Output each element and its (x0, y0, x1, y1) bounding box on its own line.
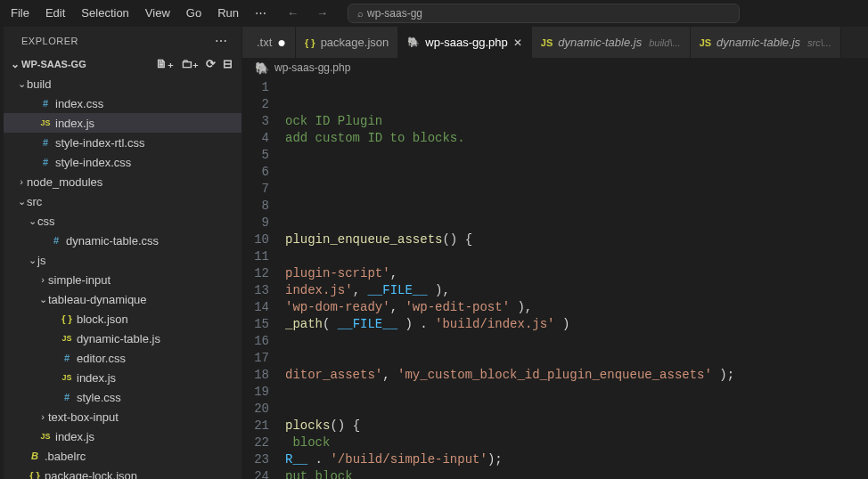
code-line[interactable]: 19 (242, 384, 868, 401)
tab--txt[interactable]: .txt● (242, 27, 296, 58)
chevron-down-icon: ⌄ (27, 255, 37, 266)
code-line[interactable]: 24put block (242, 468, 868, 479)
code-line[interactable]: 16 (242, 333, 868, 350)
code-line[interactable]: 21plocks() { (242, 418, 868, 434)
json-icon: { } (27, 470, 43, 479)
code-line[interactable]: 18ditor_assets', 'my_custom_block_id_plu… (242, 367, 868, 384)
code-line[interactable]: 3ock ID Plugin (242, 113, 868, 130)
code-line[interactable]: 12plugin-script', (242, 265, 868, 282)
code-line[interactable]: 1 (242, 79, 868, 96)
tab-label: .txt (257, 36, 272, 49)
file-.babelrc[interactable]: B.babelrc (4, 446, 242, 466)
folder-build[interactable]: ⌄build (4, 74, 242, 93)
project-name: WP-SAAS-GG (21, 59, 86, 69)
collapse-icon[interactable]: ⊟ (221, 57, 234, 70)
line-number: 22 (242, 434, 285, 451)
line-number: 10 (242, 231, 285, 248)
menu-selection[interactable]: Selection (74, 3, 135, 23)
folder-simple-input[interactable]: ›simple-input (4, 270, 242, 289)
code-editor[interactable]: 123ock ID Plugin4add custom ID to blocks… (242, 77, 868, 479)
file-style.css[interactable]: #style.css (4, 387, 242, 407)
file-index.js[interactable]: JSindex.js (4, 113, 242, 133)
command-center-search[interactable]: ⌕ wp-saas-gg (348, 4, 740, 23)
tab-dynamic-table-js[interactable]: JSdynamic-table.jssrc\... (691, 27, 841, 58)
code-line[interactable]: 15_path( __FILE__ ) . 'build/index.js' ) (242, 316, 868, 333)
explorer-more-icon[interactable]: ⋯ (215, 34, 228, 48)
menu-edit[interactable]: Edit (38, 3, 72, 23)
code-line[interactable]: 22 block (242, 434, 868, 451)
file-editor.css[interactable]: #editor.css (4, 348, 242, 368)
nav-forward[interactable]: → (309, 4, 335, 21)
css-icon: # (37, 98, 53, 109)
code-text: ditor_assets', 'my_custom_block_id_plugi… (285, 367, 734, 384)
code-text: plugin-script', (285, 265, 397, 282)
code-line[interactable]: 5 (242, 147, 868, 164)
file-style-index.css[interactable]: #style-index.css (4, 152, 242, 172)
code-line[interactable]: 2 (242, 96, 868, 113)
file-index.js[interactable]: JSindex.js (4, 368, 242, 387)
code-line[interactable]: 8 (242, 198, 868, 215)
line-number: 24 (242, 468, 285, 479)
folder-css[interactable]: ⌄css (4, 211, 242, 231)
code-line[interactable]: 7 (242, 181, 868, 198)
new-folder-icon[interactable]: 🗀₊ (179, 57, 201, 70)
explorer-title: EXPLORER (21, 36, 78, 46)
refresh-icon[interactable]: ⟳ (204, 57, 217, 70)
menu-run[interactable]: Run (210, 3, 246, 23)
folder-src[interactable]: ⌄src (4, 191, 242, 211)
line-number: 16 (242, 333, 285, 350)
code-line[interactable]: 13index.js', __FILE__ ), (242, 282, 868, 299)
file-style-index-rtl.css[interactable]: #style-index-rtl.css (4, 133, 242, 152)
file-index.css[interactable]: #index.css (4, 93, 242, 113)
menu-view[interactable]: View (138, 3, 177, 23)
code-line[interactable]: 11 (242, 248, 868, 265)
code-line[interactable]: 9 (242, 215, 868, 231)
code-line[interactable]: 23R__ . '/build/simple-input'); (242, 451, 868, 468)
code-line[interactable]: 6 (242, 164, 868, 181)
line-number: 21 (242, 418, 285, 434)
project-header[interactable]: ⌄ WP-SAAS-GG 🗎₊ 🗀₊ ⟳ ⊟ (4, 55, 242, 74)
file-dynamic-table.js[interactable]: JSdynamic-table.js (4, 329, 242, 348)
chevron-down-icon: ⌄ (9, 58, 21, 70)
chevron-down-icon: ⌄ (16, 196, 27, 207)
line-number: 3 (242, 113, 285, 130)
code-line[interactable]: 10plugin_enqueue_assets() { (242, 231, 868, 248)
chevron-down-icon: ⌄ (27, 215, 37, 227)
css-icon: # (37, 157, 53, 167)
line-number: 14 (242, 299, 285, 316)
file-dynamic-table.css[interactable]: #dynamic-table.css (4, 231, 242, 250)
tab-dynamic-table-js[interactable]: JSdynamic-table.jsbuild\... (532, 27, 691, 58)
folder-js[interactable]: ⌄js (4, 250, 242, 270)
menu-file[interactable]: File (4, 3, 37, 23)
code-line[interactable]: 14'wp-dom-ready', 'wp-edit-post' ), (242, 299, 868, 316)
menu-bar: FileEditSelectionViewGoRun ⋯ ← → ⌕ wp-sa… (0, 0, 868, 27)
code-line[interactable]: 4add custom ID to blocks. (242, 130, 868, 147)
css-icon: # (59, 353, 75, 363)
folder-node_modules[interactable]: ›node_modules (4, 172, 242, 191)
js-icon: JS (59, 334, 75, 343)
file-block.json[interactable]: { }block.json (4, 309, 242, 329)
file-package-lock.json[interactable]: { }package-lock.json (4, 466, 242, 479)
tab-package-json[interactable]: { }package.json (296, 27, 398, 58)
folder-label: text-box-input (48, 410, 119, 424)
line-number: 18 (242, 367, 285, 384)
folder-tableau-dynamique[interactable]: ⌄tableau-dynamique (4, 289, 242, 309)
menu-go[interactable]: Go (179, 3, 209, 23)
new-file-icon[interactable]: 🗎₊ (154, 57, 176, 70)
breadcrumb[interactable]: 🐘 wp-saas-gg.php (242, 58, 868, 77)
code-line[interactable]: 20 (242, 401, 868, 418)
close-icon[interactable]: ✕ (513, 37, 522, 49)
tab-wp-saas-gg-php[interactable]: 🐘wp-saas-gg.php✕ (398, 27, 532, 58)
code-text: add custom ID to blocks. (285, 130, 465, 147)
folder-text-box-input[interactable]: ›text-box-input (4, 407, 242, 426)
nav-back[interactable]: ← (280, 4, 306, 21)
file-index.js[interactable]: JSindex.js (4, 426, 242, 446)
file-label: style-index-rtl.css (55, 136, 144, 150)
code-text: put block (285, 468, 353, 479)
code-line[interactable]: 17 (242, 350, 868, 367)
code-text: _path( __FILE__ ) . 'build/index.js' ) (285, 316, 569, 333)
line-number: 23 (242, 451, 285, 468)
folder-label: tableau-dynamique (48, 293, 147, 306)
menu-overflow[interactable]: ⋯ (248, 3, 274, 23)
file-label: dynamic-table.css (66, 234, 159, 248)
